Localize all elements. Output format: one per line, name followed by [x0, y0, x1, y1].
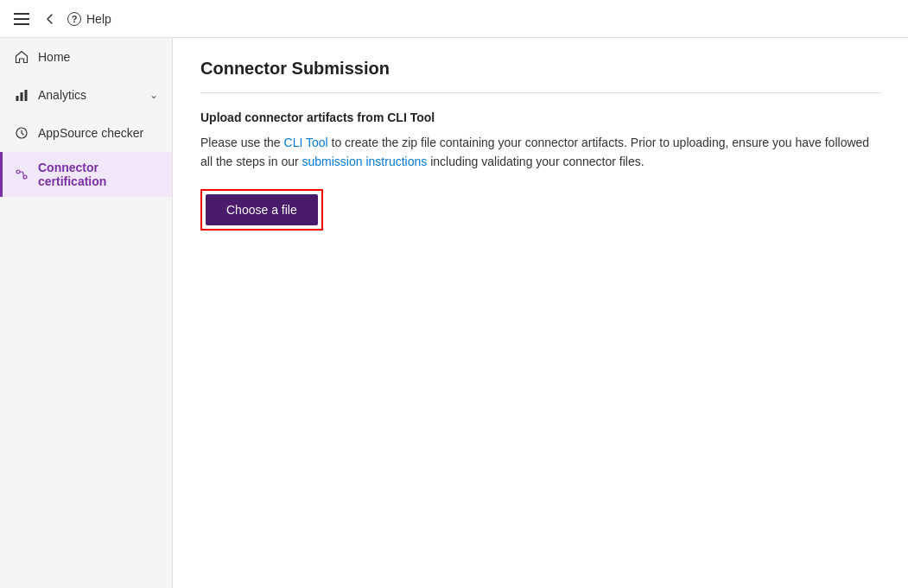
sidebar-item-analytics[interactable]: Analytics ⌄	[0, 76, 172, 114]
sidebar-item-analytics-label: Analytics	[38, 88, 141, 102]
section-title: Upload connector artifacts from CLI Tool	[200, 111, 880, 124]
description-part1: Please use the	[200, 136, 284, 149]
svg-rect-1	[21, 92, 23, 101]
hamburger-menu-button[interactable]	[10, 9, 33, 28]
topbar-left: ? Help	[10, 9, 111, 28]
appsource-icon	[14, 125, 29, 141]
submission-instructions-link[interactable]: submission instructions	[302, 155, 428, 168]
choose-file-highlight: Choose a file	[200, 189, 323, 231]
help-label: Help	[86, 12, 111, 26]
description-text: Please use the CLI Tool to create the zi…	[200, 133, 880, 172]
chevron-down-icon: ⌄	[149, 89, 158, 101]
topbar: ? Help	[0, 0, 908, 38]
svg-point-4	[16, 170, 20, 174]
content-area: Connector Submission Upload connector ar…	[173, 38, 908, 588]
svg-rect-0	[16, 96, 19, 101]
sidebar-item-home[interactable]: Home	[0, 38, 172, 76]
sidebar-item-appsource-label: AppSource checker	[38, 126, 158, 140]
sidebar-item-connector-label: Connector certification	[38, 161, 158, 188]
choose-file-button[interactable]: Choose a file	[206, 194, 318, 225]
help-icon: ?	[67, 12, 81, 26]
sidebar-item-connector[interactable]: Connector certification	[0, 152, 172, 197]
cli-tool-link[interactable]: CLI Tool	[284, 136, 328, 149]
sidebar-item-appsource[interactable]: AppSource checker	[0, 114, 172, 152]
help-section: ? Help	[67, 12, 111, 26]
svg-rect-2	[25, 90, 28, 101]
page-title: Connector Submission	[200, 59, 880, 93]
main-layout: Home Analytics ⌄ AppSource chec	[0, 38, 908, 588]
upload-section: Upload connector artifacts from CLI Tool…	[200, 111, 880, 231]
sidebar: Home Analytics ⌄ AppSource chec	[0, 38, 173, 588]
description-part3: including validating your connector file…	[427, 155, 644, 168]
analytics-icon	[14, 87, 29, 103]
back-button[interactable]	[43, 12, 57, 26]
connector-icon	[14, 167, 29, 182]
svg-point-5	[23, 175, 27, 179]
sidebar-item-home-label: Home	[38, 50, 158, 64]
home-icon	[14, 49, 29, 65]
